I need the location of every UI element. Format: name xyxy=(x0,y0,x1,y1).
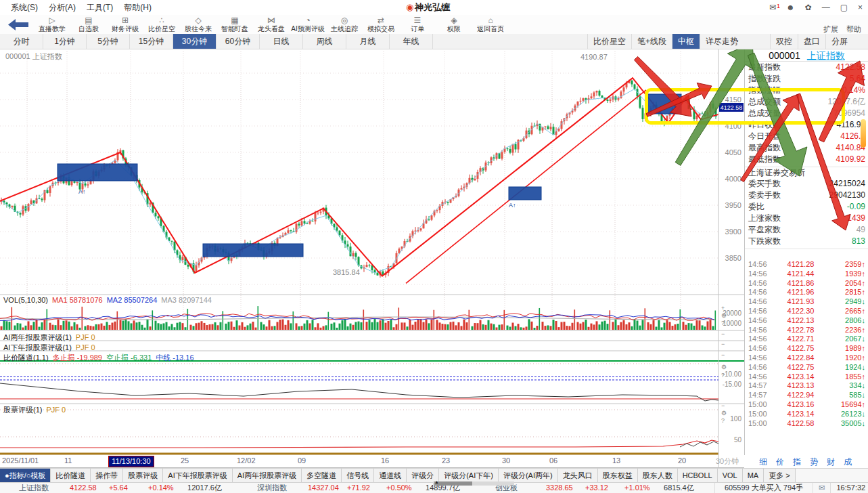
toolbar-right-link[interactable]: 帮助 xyxy=(846,24,861,35)
tabbar-scrollbar[interactable]: ▲ xyxy=(433,481,514,486)
period-tab[interactable]: 60分钟 xyxy=(216,34,260,49)
period-tab[interactable]: 年线 xyxy=(390,34,433,49)
tick-row[interactable]: 14:56 4122.84 1920↑ xyxy=(745,353,868,363)
indicator-tab[interactable]: 评级分(AI两年) xyxy=(499,469,558,483)
indicator-tab[interactable]: 比价隧道 xyxy=(51,469,91,483)
peak-price-label: 4190.87 xyxy=(580,53,608,61)
message-icon[interactable]: ✉1 xyxy=(769,0,776,15)
user-icon[interactable]: ☻ xyxy=(786,0,795,15)
view-tab[interactable]: 详尽走势 xyxy=(700,34,744,49)
indicator-tab[interactable]: HCBOLL xyxy=(678,469,718,483)
view-tab[interactable]: 比价星空 xyxy=(587,34,631,49)
menu-item[interactable]: 帮助(H) xyxy=(124,2,152,14)
tick-row[interactable]: 14:56 4122.30 2665↑ xyxy=(745,307,868,316)
tick-row[interactable]: 14:56 4122.75 1924↓ xyxy=(745,363,868,372)
minimize-button[interactable]: — xyxy=(822,0,830,15)
period-tab[interactable]: 1分钟 xyxy=(43,34,87,49)
view-tab[interactable]: 双控 xyxy=(770,34,798,49)
exchange-name: 上海证券交易所 xyxy=(745,167,868,178)
tick-row[interactable]: 14:56 4122.78 2236↑ xyxy=(745,326,868,335)
view-tab[interactable]: 笔+线段 xyxy=(631,34,672,49)
tick-row[interactable]: 15:00 4122.58 35005↓ xyxy=(745,419,868,429)
quote-panel-tab[interactable]: 势 xyxy=(810,456,818,468)
menu-item[interactable]: 分析(A) xyxy=(49,2,76,14)
tick-row[interactable]: 14:56 4123.14 1855↑ xyxy=(745,372,868,382)
period-tab[interactable]: 月线 xyxy=(346,34,390,49)
close-button[interactable]: × xyxy=(858,0,863,15)
skin-icon[interactable]: ✿ xyxy=(805,0,812,15)
indicator-tab[interactable]: 通道线 xyxy=(374,469,407,483)
indicator-tab[interactable]: 股东权益 xyxy=(598,469,638,483)
toolbar-item[interactable]: ⊞ 财务评级 xyxy=(107,16,143,33)
indicator-tab[interactable]: MA xyxy=(743,469,764,483)
indicator-tab[interactable]: AI两年报股票评级 xyxy=(233,469,302,483)
toolbar-item[interactable]: ☰ 订单 xyxy=(399,16,436,33)
tick-row[interactable]: 14:56 4121.96 2815↑ xyxy=(745,288,868,297)
back-button[interactable] xyxy=(8,19,28,30)
toolbar-right-link[interactable]: 扩展 xyxy=(823,24,838,35)
scrollbar-thumb[interactable] xyxy=(434,481,472,486)
indicator-tab[interactable]: 操作带 xyxy=(91,469,123,483)
toolbar-item[interactable]: ◈ 权限 xyxy=(436,16,472,33)
tick-row[interactable]: 14:56 4121.86 2054↑ xyxy=(745,279,868,288)
period-tab[interactable]: 30分钟 xyxy=(173,34,216,49)
tick-row[interactable]: 14:56 4121.93 2949↓ xyxy=(745,297,868,307)
period-axis-label: 30分钟 xyxy=(716,456,739,467)
period-tab[interactable]: 15分钟 xyxy=(130,34,173,49)
indicator-tab[interactable]: AI下年报股票评级 xyxy=(163,469,232,483)
toolbar-item[interactable]: ◎ 主线追踪 xyxy=(326,16,363,33)
quote-panel-tab[interactable]: 成 xyxy=(844,456,852,468)
tick-row[interactable]: 14:56 4122.75 1989↑ xyxy=(745,344,868,353)
period-tab[interactable]: 5分钟 xyxy=(87,34,130,49)
view-tab[interactable]: 分屏 xyxy=(825,34,853,49)
quote-panel-tab[interactable]: 细 xyxy=(759,456,767,468)
toolbar-item[interactable]: ⌂ 返回首页 xyxy=(472,16,509,33)
svg-text:+: + xyxy=(721,305,725,312)
quote-panel-tab[interactable]: 指 xyxy=(793,456,801,468)
indicator-tab[interactable]: VOL xyxy=(718,469,743,483)
indicator-tab[interactable]: 信号线 xyxy=(342,469,374,483)
index-quote[interactable]: 上证指数 4122.58 +5.64 +0.14% 12017.6亿 xyxy=(0,483,238,493)
toolbar-item[interactable]: ▤ 自选股 xyxy=(70,16,107,33)
quote-panel-tab[interactable]: 价 xyxy=(776,456,784,468)
indicator-tab[interactable]: 多空隧道 xyxy=(302,469,342,483)
tick-row[interactable]: 14:56 4122.13 2806↓ xyxy=(745,316,868,326)
indicator-tab[interactable]: ●指标/○模板 xyxy=(0,469,51,483)
tick-row[interactable]: 14:57 4123.13 334↓ xyxy=(745,381,868,391)
toolbar-item-label: 智能盯盘 xyxy=(216,25,253,33)
price-chart-canvas[interactable]: A↑A↑415041004050400039503900385020000100… xyxy=(0,0,868,493)
indicator-tab[interactable]: 更多 > xyxy=(764,469,795,483)
indicator-tab[interactable]: 股票评级 xyxy=(123,469,163,483)
view-tab[interactable]: 盘口 xyxy=(798,34,825,49)
toolbar-item[interactable]: ⇄ 模拟交易 xyxy=(363,16,399,33)
quote-header[interactable]: 000001上证指数 xyxy=(745,49,868,62)
tick-row[interactable]: 15:00 4123.16 15694↑ xyxy=(745,400,868,410)
mail-icon[interactable]: ✉ xyxy=(813,483,830,493)
indicator-tab[interactable]: 评级分(AI下年) xyxy=(439,469,499,483)
indicator-tab[interactable]: 龙头风口 xyxy=(558,469,598,483)
toolbar-item[interactable]: ▷ 直播教学 xyxy=(34,16,70,33)
quote-row: 最新指数 4122.58 xyxy=(745,62,868,73)
view-tab[interactable]: 中枢 xyxy=(672,34,700,49)
tick-row[interactable]: 14:56 4121.28 2359↑ xyxy=(745,260,868,270)
tick-row[interactable]: 14:56 4121.44 1939↑ xyxy=(745,270,868,279)
menu-item[interactable]: 系统(S) xyxy=(11,2,38,14)
tick-row[interactable]: 14:57 4122.94 585↓ xyxy=(745,391,868,400)
toolbar-item[interactable]: ◇ 股往今来 xyxy=(180,16,216,33)
toolbar-item[interactable]: ▦ 智能盯盘 xyxy=(216,16,253,33)
toolbar-item[interactable]: ∴ 比价星空 xyxy=(143,16,180,33)
period-tab[interactable]: 日线 xyxy=(260,34,303,49)
svg-text:4000: 4000 xyxy=(725,175,741,183)
period-tab[interactable]: 周线 xyxy=(303,34,346,49)
ai2-pane-header: AI两年报股票评级(1)PJF 0 xyxy=(3,333,99,343)
indicator-tab[interactable]: 股东人数 xyxy=(638,469,678,483)
menu-item[interactable]: 工具(T) xyxy=(87,2,113,14)
symbol-name[interactable]: 上证指数 xyxy=(807,50,845,61)
restore-button[interactable]: ▢ xyxy=(840,0,848,15)
period-tab[interactable]: 分时 xyxy=(0,34,43,49)
tick-row[interactable]: 15:00 4123.14 26123↓ xyxy=(745,410,868,419)
tick-row[interactable]: 14:56 4122.71 2067↓ xyxy=(745,335,868,344)
toolbar-item[interactable]: ◔ AI预测评级 xyxy=(290,16,326,33)
toolbar-item[interactable]: ⋈ 龙头看盘 xyxy=(253,16,290,33)
quote-panel-tab[interactable]: 财 xyxy=(827,456,835,468)
